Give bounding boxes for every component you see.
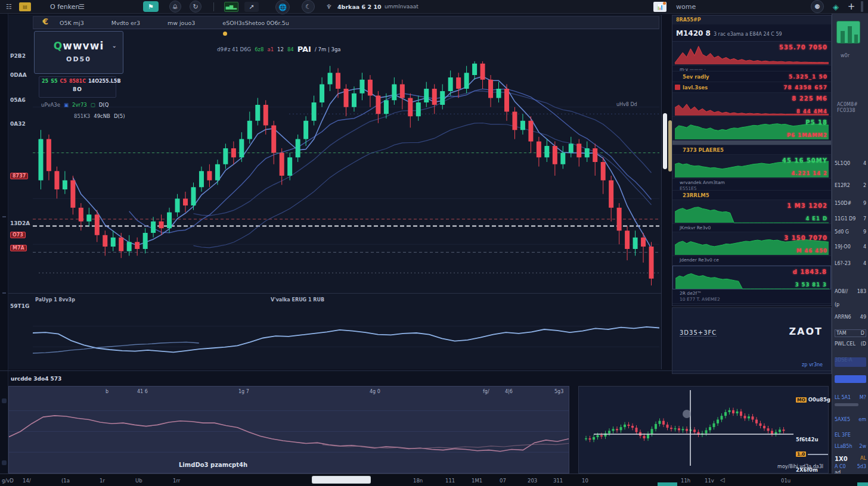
watchlist-row-9[interactable]: wrvandek Anm3tamE551E5 <box>672 179 831 191</box>
watchlist-row-5[interactable]: P5 18P6 1MAMM2 <box>672 117 831 141</box>
profile-icon[interactable]: ☾ <box>302 0 315 13</box>
badge-line <box>808 454 828 455</box>
time-axis-label: 1M1 <box>472 478 482 484</box>
badge-text: 5f6t42u <box>796 437 818 443</box>
refresh-icon[interactable]: ↻ <box>190 1 202 13</box>
watchlist-title[interactable]: M1420 8 3 rac e3ama a E84A 24 C 59 <box>672 24 831 42</box>
menu-item-2[interactable]: mw jouo3 <box>168 20 195 26</box>
share-arrow-icon[interactable]: ➚ <box>244 2 259 12</box>
brand-logo-icon[interactable]: ⚈ <box>811 0 824 13</box>
watchlist-subprice: 4 E1 D <box>805 216 827 222</box>
sidebar-action-1[interactable] <box>835 375 866 383</box>
bell-icon[interactable]: 🕭 <box>169 1 181 13</box>
sidebar-action-0[interactable]: 3DSE-A <box>835 357 866 367</box>
watchlist-row-3[interactable]: lavl.3ses78 4358 657 <box>672 82 831 93</box>
mini-chart-badge: 5f6t42u <box>796 437 818 443</box>
watchlist-row-13[interactable]: 3 150 7070M 46 450 <box>672 232 831 256</box>
workspace-label: wome <box>676 2 696 11</box>
diamond-icon[interactable]: ◈ <box>830 1 842 12</box>
price-axis-label: 0A32 <box>10 121 26 127</box>
price-axis-left: P2B20DAA05A60A32873713D2AO73M7A59T1G <box>9 15 33 369</box>
sidebar-price-row-6[interactable]: L6?-234 <box>835 261 866 266</box>
euro-logo: € <box>39 17 51 29</box>
volume-chart[interactable] <box>33 306 659 368</box>
watchlist-note: wrvandek Anm3tam <box>680 180 725 185</box>
price-label: 19J-O0 <box>835 244 851 250</box>
watchlist-row-15[interactable]: d 1843.83 53 81 3 <box>672 266 831 289</box>
price-value: (D <box>861 341 866 347</box>
sidebar-action-7: 1X0AL <box>835 456 866 462</box>
watchlist-scrollbar[interactable] <box>672 141 831 145</box>
sidebar-price-row-4[interactable]: 5d0 G9 <box>835 229 866 235</box>
symbol-dropdown[interactable]: Qwwvwi ⌄ OD50 <box>34 31 123 74</box>
add-tab-button[interactable]: + <box>847 2 856 11</box>
flag-button[interactable]: ⚑ <box>143 1 159 12</box>
watchlist-row-1[interactable]: m·v ——— · <box>672 66 831 71</box>
watchlist-row-0[interactable]: 535.70 7050 <box>672 42 831 66</box>
sidebar-price-row-5[interactable]: 19J-O04 <box>835 244 866 250</box>
pin-icon[interactable]: ♆ <box>326 2 333 11</box>
legend-segment: ▣ <box>64 102 69 108</box>
price-label: PWL.CEL <box>835 341 855 347</box>
legend-segment: 12 <box>277 46 284 52</box>
timeline-scrollbar-thumb[interactable] <box>312 476 371 484</box>
chart-note: uHv8 Dd <box>616 102 637 107</box>
price-value: D <box>861 331 864 336</box>
line-chart-tick: fg/ <box>483 389 489 394</box>
globe-icon[interactable]: 🌐 <box>275 0 290 14</box>
menu-item-1[interactable]: Mvdto er3 <box>111 20 140 26</box>
thumb-bar <box>848 26 852 43</box>
candlestick-chart[interactable] <box>33 57 659 293</box>
watchlist-row-2[interactable]: 5ev radly5.325_1 50 <box>672 71 831 82</box>
legend-segment: D(5) <box>114 113 125 119</box>
sidebar-action-3[interactable] <box>835 403 858 406</box>
action-label: 3DSE-A <box>835 357 852 367</box>
legend-segment: uPvA3e <box>41 102 60 108</box>
sidebar-price-row-7[interactable]: AO8//183 <box>835 289 866 294</box>
drag-handle[interactable] <box>861 1 863 12</box>
sidebar-price-row-1[interactable]: E12R22 <box>835 183 866 188</box>
time-axis-label: 01u <box>781 478 790 484</box>
mini-chart-badge: 2X6f0m <box>796 467 818 473</box>
sidebar-price-row-10[interactable]: TAMD <box>835 329 866 337</box>
wallet-icon[interactable]: ▤ <box>19 2 31 11</box>
summary-panel: 3D35+3FC ZAOT zp vr3ne <box>672 307 832 374</box>
menu-item-0[interactable]: O5K mj3 <box>60 20 84 26</box>
alert-dot <box>223 32 227 36</box>
summary-left-value: 3D35+3FC <box>680 329 717 337</box>
watchlist-row-10[interactable]: 23RRLM5 <box>672 191 831 200</box>
price-label: 5d0 G <box>835 229 849 235</box>
strip-icon[interactable] <box>2 460 7 465</box>
time-axis-label: 10 <box>582 478 588 484</box>
legend-segment: D(Q <box>99 102 109 108</box>
watchlist-row-8[interactable]: 45 16 50MY4.221 14 2 <box>672 155 831 179</box>
strip-icon[interactable] <box>2 398 7 403</box>
thumbnail-chart-icon[interactable] <box>836 21 860 43</box>
chart-scrollbar[interactable] <box>663 113 667 169</box>
sidebar-price-row-2[interactable]: 150D#9 <box>835 201 866 206</box>
watchlist-row-14[interactable]: Jdender Re3v0 ce <box>672 256 831 266</box>
watchlist-row-16[interactable]: 2R de2f™10 E77 T. A9EME2 <box>672 289 831 304</box>
watchlist-row-4[interactable]: 8 225 M68 44 4M4 <box>672 93 831 117</box>
hamburger-icon[interactable]: ☰ <box>78 2 86 11</box>
price-value: 9 <box>863 229 866 235</box>
strip-mark <box>2 292 6 294</box>
grid-menu-icon[interactable]: ☷ <box>4 2 14 11</box>
mini-chart-icon[interactable]: ▄▆▂ <box>224 2 238 12</box>
watchlist-row-11[interactable]: 1 M3 12024 E1 D <box>672 200 831 224</box>
price-label: 150D# <box>835 201 851 206</box>
bottom-left-chart-panel[interactable]: b41 61g 74g 0fg/4|65g3 LimdDo3 pzamcpt4h <box>8 386 569 473</box>
sidebar-price-row-0[interactable]: 5L1Q04 <box>835 161 866 166</box>
sidebar-price-row-8[interactable]: (p <box>835 302 866 307</box>
back-arrow-icon[interactable]: ◁ <box>720 476 725 483</box>
chevron-down-icon[interactable]: ⌄ <box>112 42 117 49</box>
price-value: 4 <box>863 161 866 166</box>
watchlist-row-7[interactable]: 7373 PLAERE5 <box>672 145 831 155</box>
sidebar-price-row-11[interactable]: PWL.CEL(D <box>835 341 866 347</box>
action-label: 5AXE5 <box>835 417 850 422</box>
sidebar-price-row-3[interactable]: 11G1 D97 <box>835 216 866 222</box>
bottom-right-chart-panel[interactable]: moy/8ihi yd3a.da3l <box>578 386 829 473</box>
sidebar-price-row-9[interactable]: ARRN649 <box>835 314 866 320</box>
watchlist-row-12[interactable]: JKmkvr Re3v0 <box>672 224 831 232</box>
menu-item-3[interactable]: eSOH3sShetoo 0O6r.5u <box>222 20 289 26</box>
